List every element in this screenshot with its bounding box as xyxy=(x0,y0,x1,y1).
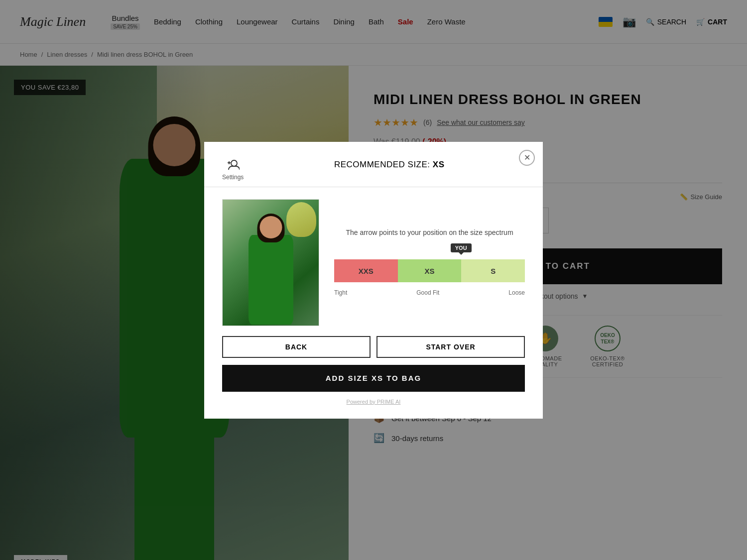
size-bar-xs: XS xyxy=(398,259,462,282)
add-person-icon xyxy=(227,159,240,172)
modal-size-info: The arrow points to your position on the… xyxy=(334,199,525,326)
add-size-to-bag-button[interactable]: ADD SIZE XS TO BAG xyxy=(222,365,525,392)
modal-overlay[interactable]: ✕ Settings RECOMMENDED SIZE: XS xyxy=(0,0,747,560)
modal-title: RECOMMENDED SIZE: XS xyxy=(253,157,525,170)
modal-body: The arrow points to your position on the… xyxy=(222,199,525,326)
tooltip-row: YOU xyxy=(334,243,525,252)
svg-point-0 xyxy=(231,160,237,166)
size-bar-s: S xyxy=(461,259,525,282)
modal-secondary-actions: BACK START OVER xyxy=(222,336,525,358)
fit-labels: Tight Good Fit Loose xyxy=(334,289,525,296)
back-button[interactable]: BACK xyxy=(222,336,371,358)
spectrum-label: The arrow points to your position on the… xyxy=(334,228,525,236)
modal-close-button[interactable]: ✕ xyxy=(519,150,535,166)
size-recommendation-modal: ✕ Settings RECOMMENDED SIZE: XS xyxy=(204,142,543,419)
settings-button[interactable]: Settings xyxy=(222,157,244,181)
powered-by[interactable]: Powered by PRIME AI xyxy=(222,399,525,405)
size-bar-xxs: XXS xyxy=(334,259,398,282)
modal-product-image xyxy=(222,199,319,326)
size-bar: XXS XS S xyxy=(334,259,525,282)
modal-header: Settings RECOMMENDED SIZE: XS xyxy=(222,157,525,181)
start-over-button[interactable]: START OVER xyxy=(376,336,525,358)
you-tooltip: YOU xyxy=(451,243,472,252)
